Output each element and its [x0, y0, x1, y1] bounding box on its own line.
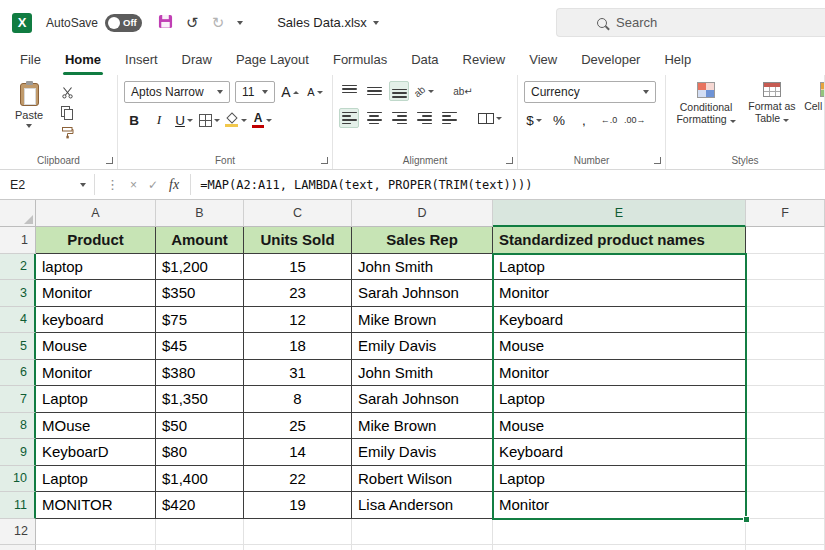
- cancel-button[interactable]: ×: [130, 178, 137, 192]
- cell-C11[interactable]: 19: [244, 492, 352, 519]
- underline-button[interactable]: U: [174, 110, 194, 130]
- autosave-toggle[interactable]: Off: [105, 14, 142, 32]
- bold-button[interactable]: B: [124, 110, 144, 130]
- format-painter-button[interactable]: [61, 126, 74, 139]
- paste-button[interactable]: Paste: [6, 81, 52, 139]
- cell-E13[interactable]: [493, 545, 746, 550]
- cell-C7[interactable]: 8: [244, 386, 352, 413]
- row-header-12[interactable]: 12: [0, 519, 36, 546]
- cell-D5[interactable]: Emily Davis: [352, 333, 493, 360]
- tab-help[interactable]: Help: [652, 46, 703, 75]
- cell-B13[interactable]: [156, 545, 244, 550]
- cell-A13[interactable]: [36, 545, 156, 550]
- font-name-select[interactable]: Aptos Narrow: [124, 81, 230, 103]
- cell-D8[interactable]: Mike Brown: [352, 413, 493, 440]
- cut-button[interactable]: [61, 86, 74, 99]
- cell-F3[interactable]: [746, 280, 825, 307]
- tab-page-layout[interactable]: Page Layout: [224, 46, 321, 75]
- cell-B3[interactable]: $350: [156, 280, 244, 307]
- row-header-1[interactable]: 1: [0, 227, 36, 254]
- cell-A7[interactable]: Laptop: [36, 386, 156, 413]
- wrap-text-button[interactable]: ab↵: [453, 81, 473, 101]
- tab-home[interactable]: Home: [53, 46, 113, 75]
- tab-review[interactable]: Review: [451, 46, 518, 75]
- tab-view[interactable]: View: [517, 46, 569, 75]
- orientation-button[interactable]: ab: [414, 81, 434, 101]
- search-box[interactable]: Search: [556, 8, 825, 37]
- cell-F11[interactable]: [746, 492, 825, 519]
- align-middle-button[interactable]: [364, 81, 384, 101]
- cell-F12[interactable]: [746, 519, 825, 546]
- select-all-corner[interactable]: [0, 200, 36, 227]
- increase-font-size-button[interactable]: A: [280, 82, 300, 102]
- row-header-11[interactable]: 11: [0, 492, 36, 519]
- row-header-7[interactable]: 7: [0, 386, 36, 413]
- cell-E9[interactable]: Keyboard: [493, 439, 746, 466]
- cell-B2[interactable]: $1,200: [156, 254, 244, 281]
- align-left-button[interactable]: [339, 108, 359, 128]
- cell-C12[interactable]: [244, 519, 352, 546]
- decrease-font-size-button[interactable]: A: [305, 82, 325, 102]
- row-header-10[interactable]: 10: [0, 466, 36, 493]
- cell-D10[interactable]: Robert Wilson: [352, 466, 493, 493]
- increase-indent-button[interactable]: [439, 108, 459, 128]
- format-as-table-button[interactable]: Format as Table: [744, 80, 800, 151]
- insert-function-button[interactable]: fx: [169, 177, 179, 193]
- cell-D7[interactable]: Sarah Johnson: [352, 386, 493, 413]
- cell-C1[interactable]: Units Sold: [244, 227, 352, 254]
- cell-D11[interactable]: Lisa Anderson: [352, 492, 493, 519]
- column-header-C[interactable]: C: [244, 200, 352, 227]
- cell-C5[interactable]: 18: [244, 333, 352, 360]
- cell-C13[interactable]: [244, 545, 352, 550]
- number-format-select[interactable]: Currency: [524, 81, 656, 103]
- cell-F7[interactable]: [746, 386, 825, 413]
- cell-D12[interactable]: [352, 519, 493, 546]
- column-header-F[interactable]: F: [746, 200, 825, 227]
- cell-E8[interactable]: Mouse: [493, 413, 746, 440]
- cell-B10[interactable]: $1,400: [156, 466, 244, 493]
- clipboard-dialog-launcher-icon[interactable]: [106, 157, 113, 164]
- cell-F13[interactable]: [746, 545, 825, 550]
- column-header-E[interactable]: E: [493, 200, 746, 227]
- cell-E5[interactable]: Mouse: [493, 333, 746, 360]
- row-header-5[interactable]: 5: [0, 333, 36, 360]
- cell-E12[interactable]: [493, 519, 746, 546]
- cell-C2[interactable]: 15: [244, 254, 352, 281]
- conditional-formatting-button[interactable]: Conditional Formatting: [672, 80, 740, 151]
- cell-E6[interactable]: Monitor: [493, 360, 746, 387]
- cell-A12[interactable]: [36, 519, 156, 546]
- row-header-2[interactable]: 2: [0, 254, 36, 281]
- font-dialog-launcher-icon[interactable]: [321, 157, 328, 164]
- undo-button[interactable]: ↺: [186, 15, 199, 30]
- row-header-4[interactable]: 4: [0, 307, 36, 334]
- cell-E2[interactable]: Laptop: [493, 254, 746, 281]
- font-color-button[interactable]: A: [252, 110, 272, 130]
- tab-data[interactable]: Data: [399, 46, 450, 75]
- cell-F1[interactable]: [746, 227, 825, 254]
- column-header-A[interactable]: A: [36, 200, 156, 227]
- cell-A5[interactable]: Mouse: [36, 333, 156, 360]
- cell-F6[interactable]: [746, 360, 825, 387]
- cell-C6[interactable]: 31: [244, 360, 352, 387]
- cell-D1[interactable]: Sales Rep: [352, 227, 493, 254]
- cell-C4[interactable]: 12: [244, 307, 352, 334]
- document-title[interactable]: Sales Data.xlsx: [277, 15, 379, 30]
- tab-file[interactable]: File: [8, 46, 53, 75]
- cell-A4[interactable]: keyboard: [36, 307, 156, 334]
- enter-button[interactable]: ✓: [148, 178, 158, 192]
- italic-button[interactable]: I: [149, 110, 169, 130]
- tab-draw[interactable]: Draw: [170, 46, 224, 75]
- more-icon[interactable]: ⋮: [106, 177, 119, 192]
- row-header-13[interactable]: 13: [0, 545, 36, 550]
- cell-D6[interactable]: John Smith: [352, 360, 493, 387]
- fill-color-button[interactable]: [225, 110, 247, 130]
- cell-E10[interactable]: Laptop: [493, 466, 746, 493]
- decrease-indent-button[interactable]: [414, 108, 434, 128]
- cell-A10[interactable]: Laptop: [36, 466, 156, 493]
- cell-E11[interactable]: Monitor: [493, 492, 746, 519]
- row-header-9[interactable]: 9: [0, 439, 36, 466]
- cell-B1[interactable]: Amount: [156, 227, 244, 254]
- cell-F5[interactable]: [746, 333, 825, 360]
- font-size-select[interactable]: 11: [235, 81, 275, 103]
- align-top-button[interactable]: [339, 81, 359, 101]
